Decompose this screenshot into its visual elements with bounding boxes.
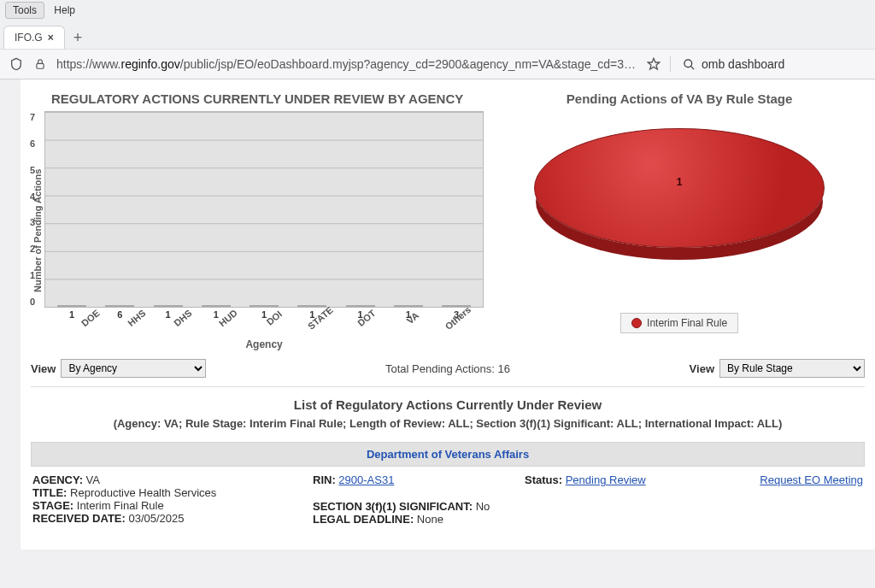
bar-value-label: 3 bbox=[454, 309, 459, 320]
url-domain: reginfo.gov bbox=[120, 57, 179, 71]
y-tick: 4 bbox=[30, 191, 35, 202]
bar-rect[interactable]: 1 bbox=[346, 305, 375, 307]
deadline-key: LEGAL DEADLINE: bbox=[313, 513, 414, 526]
pie-center-label: 1 bbox=[677, 176, 683, 188]
bar-rect[interactable]: 1 bbox=[202, 305, 231, 307]
close-tab-icon[interactable]: × bbox=[48, 32, 54, 44]
url-path: /public/jsp/EO/eoDashboard.myjsp?agency_… bbox=[180, 57, 637, 71]
bar-rect[interactable]: 1 bbox=[297, 305, 326, 307]
divider bbox=[31, 386, 865, 387]
title-val: Reproductive Health Services bbox=[70, 486, 216, 499]
tab-label: IFO.G bbox=[15, 32, 43, 44]
y-tick: 6 bbox=[30, 138, 35, 149]
bar-rect[interactable]: 1 bbox=[250, 305, 279, 307]
bar-rect[interactable]: 1 bbox=[154, 305, 183, 307]
pie-chart-title: Pending Actions of VA By Rule Stage bbox=[494, 86, 865, 111]
view-left-select[interactable]: By Agency bbox=[61, 359, 206, 378]
sig-val: No bbox=[476, 500, 490, 513]
menu-bar: Tools Help bbox=[0, 0, 875, 21]
bar-col: 1 bbox=[343, 305, 379, 307]
browser-tab[interactable]: IFO.G × bbox=[3, 26, 65, 49]
dept-header: Department of Veterans Affairs bbox=[31, 442, 865, 467]
svg-point-2 bbox=[684, 59, 691, 67]
star-icon[interactable] bbox=[646, 56, 661, 72]
status-key: Status: bbox=[525, 473, 562, 486]
pie-slice[interactable]: 1 bbox=[534, 128, 825, 248]
browser-chrome: Tools Help IFO.G × + https://www.reginfo… bbox=[0, 0, 875, 79]
bar-col: 1 bbox=[150, 305, 186, 307]
bar-x-axis-label: Agency bbox=[44, 338, 484, 350]
y-tick: 7 bbox=[30, 112, 35, 122]
bar-chart-plot: 76543210 161111113 bbox=[44, 111, 484, 308]
pie-legend-label: Interim Final Rule bbox=[647, 317, 727, 329]
bar-rect[interactable]: 3 bbox=[442, 305, 471, 307]
y-tick: 5 bbox=[30, 165, 35, 175]
view-right: View By Rule Stage bbox=[690, 359, 865, 378]
bar-value-label: 1 bbox=[69, 309, 74, 320]
bar-col: 3 bbox=[438, 305, 474, 307]
rec-col-3: Status: Pending Review bbox=[525, 473, 713, 526]
bar-columns: 161111113 bbox=[45, 112, 483, 307]
pie-chart-plot: 1 Interim Final Rule bbox=[494, 111, 865, 333]
status-link[interactable]: Pending Review bbox=[566, 473, 646, 486]
view-row: View By Agency Total Pending Actions: 16… bbox=[31, 359, 865, 378]
pie-swatch-icon bbox=[631, 318, 642, 328]
title-key: TITLE: bbox=[32, 486, 67, 499]
agency-key: AGENCY: bbox=[32, 473, 83, 486]
list-title: List of Regulatory Actions Currently Und… bbox=[31, 397, 865, 412]
bar-chart-title: REGULATORY ACTIONS CURRENTLY UNDER REVIE… bbox=[31, 86, 484, 111]
bar-value-label: 1 bbox=[214, 309, 219, 320]
page-content: REGULATORY ACTIONS CURRENTLY UNDER REVIE… bbox=[21, 79, 875, 550]
menu-tools[interactable]: Tools bbox=[5, 2, 44, 19]
bar-y-ticks: 76543210 bbox=[30, 112, 35, 307]
request-eo-link[interactable]: Request EO Meeting bbox=[760, 473, 863, 486]
bar-value-label: 1 bbox=[358, 309, 363, 320]
rin-link[interactable]: 2900-AS31 bbox=[338, 473, 394, 486]
list-filters: (Agency: VA; Rule Stage: Interim Final R… bbox=[31, 417, 865, 430]
browser-search[interactable]: omb dashboard bbox=[670, 56, 866, 72]
url-prefix: https://www. bbox=[56, 57, 120, 71]
view-left-label: View bbox=[31, 362, 56, 375]
url-display[interactable]: https://www.reginfo.gov/public/jsp/EO/eo… bbox=[56, 57, 637, 71]
svg-line-3 bbox=[690, 66, 694, 69]
rin-key: RIN: bbox=[313, 473, 336, 486]
menu-help[interactable]: Help bbox=[47, 3, 82, 18]
bar-col: 1 bbox=[54, 305, 90, 307]
bar-value-label: 1 bbox=[261, 309, 267, 320]
rec-col-2: RIN: 2900-AS31 SECTION 3(f)(1) SIGNIFICA… bbox=[313, 473, 518, 526]
bar-col: 1 bbox=[198, 305, 234, 307]
total-pending: Total Pending Actions: 16 bbox=[206, 362, 689, 375]
y-tick: 1 bbox=[30, 270, 35, 280]
rec-col-1: AGENCY: VA TITLE: Reproductive Health Se… bbox=[32, 473, 306, 526]
pie-chart-box: Pending Actions of VA By Rule Stage 1 In… bbox=[494, 86, 865, 350]
sig-key: SECTION 3(f)(1) SIGNIFICANT: bbox=[313, 500, 473, 513]
bar-col: 6 bbox=[102, 305, 138, 307]
bar-col: 1 bbox=[294, 305, 330, 307]
view-right-select[interactable]: By Rule Stage bbox=[719, 359, 865, 378]
deadline-val: None bbox=[417, 513, 443, 526]
bar-col: 1 bbox=[391, 305, 426, 307]
bar-value-label: 6 bbox=[117, 309, 122, 320]
y-tick: 0 bbox=[30, 297, 35, 307]
bar-col: 1 bbox=[246, 305, 282, 307]
stage-key: STAGE: bbox=[32, 499, 73, 512]
shield-icon[interactable] bbox=[9, 56, 24, 72]
bar-value-label: 1 bbox=[166, 309, 171, 320]
stage-val: Interim Final Rule bbox=[77, 499, 164, 512]
recd-key: RECEIVED DATE: bbox=[32, 512, 126, 525]
recd-val: 03/05/2025 bbox=[128, 512, 184, 525]
new-tab-button[interactable]: + bbox=[65, 27, 91, 48]
agency-val: VA bbox=[86, 473, 100, 486]
pie-legend[interactable]: Interim Final Rule bbox=[620, 313, 738, 333]
record-row: AGENCY: VA TITLE: Reproductive Health Se… bbox=[31, 467, 865, 532]
y-tick: 3 bbox=[30, 217, 35, 227]
bar-value-label: 1 bbox=[406, 309, 411, 320]
search-text: omb dashboard bbox=[702, 57, 784, 71]
charts-row: REGULATORY ACTIONS CURRENTLY UNDER REVIE… bbox=[31, 86, 865, 350]
tab-bar: IFO.G × + bbox=[0, 21, 875, 49]
bar-rect[interactable]: 1 bbox=[394, 305, 423, 307]
lock-icon[interactable] bbox=[32, 56, 48, 72]
bar-rect[interactable]: 1 bbox=[57, 305, 86, 307]
bar-rect[interactable]: 6 bbox=[105, 305, 134, 307]
svg-rect-0 bbox=[37, 63, 44, 68]
